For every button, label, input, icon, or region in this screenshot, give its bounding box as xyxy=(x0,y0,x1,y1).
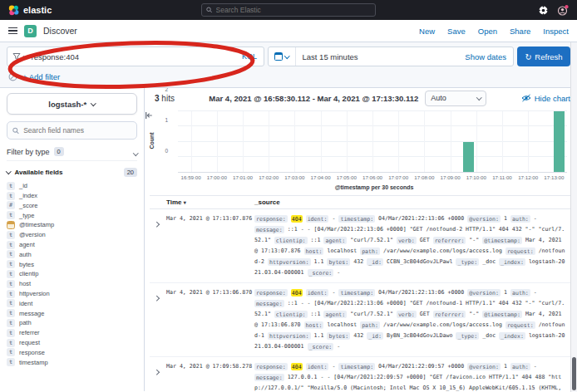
field-chip: response: xyxy=(254,363,288,370)
field-value: - xyxy=(337,269,340,276)
field-chip: agent: xyxy=(323,311,347,318)
discover-main: 3 hits Mar 4, 2021 @ 16:58:30.112 - Mar … xyxy=(145,88,577,391)
hits-bar: 3 hits Mar 4, 2021 @ 16:58:30.112 - Mar … xyxy=(150,90,570,106)
save-button[interactable]: Save xyxy=(447,27,466,36)
field-item[interactable]: t_type xyxy=(7,210,137,220)
fields-sidebar: logstash-* Filter by type 0 Available fi… xyxy=(0,88,145,391)
field-item[interactable]: trequest xyxy=(7,338,137,348)
highlighted-value: 404 xyxy=(291,215,303,223)
field-chip: auth: xyxy=(510,289,530,296)
open-button[interactable]: Open xyxy=(478,27,497,36)
field-item[interactable]: tresponse xyxy=(7,348,137,358)
inspect-button[interactable]: Inspect xyxy=(543,27,569,36)
filter-by-type[interactable]: Filter by type 0 xyxy=(7,145,137,161)
field-item[interactable]: #_score xyxy=(7,201,137,211)
field-chip: agent: xyxy=(323,237,347,244)
user-avatar[interactable] xyxy=(557,5,569,16)
global-header: elastic xyxy=(0,0,577,20)
calendar-icon xyxy=(274,52,283,61)
calendar-menu[interactable] xyxy=(269,47,296,66)
time-cell: Mar 4, 2021 @ 17:09:58.278 xyxy=(166,361,254,391)
field-item[interactable]: ttimestamp xyxy=(7,357,137,367)
expand-row-icon[interactable] xyxy=(155,213,166,278)
field-item[interactable]: t_id xyxy=(7,181,137,191)
vertical-scrollbar[interactable] xyxy=(570,42,577,392)
string-field-icon: t xyxy=(7,319,15,327)
field-chip: request: xyxy=(505,247,535,255)
field-item[interactable]: tbytes xyxy=(7,259,137,269)
hide-chart-button[interactable]: Hide chart xyxy=(521,94,570,103)
field-chip: @timestamp: xyxy=(482,311,522,318)
string-field-icon: t xyxy=(7,339,15,347)
field-item[interactable]: t_index xyxy=(7,191,137,201)
field-chip: referrer: xyxy=(433,237,466,244)
field-item[interactable]: tclientip xyxy=(7,269,137,279)
notification-dot xyxy=(565,5,568,8)
table-header: Time ▾ _source xyxy=(150,196,570,209)
field-item[interactable]: tident xyxy=(7,299,137,309)
query-bar[interactable]: KQL xyxy=(7,47,264,66)
field-value: - xyxy=(534,215,537,222)
settings-icon[interactable] xyxy=(538,5,549,16)
field-chip: message: xyxy=(254,226,284,233)
string-field-icon: t xyxy=(7,329,15,337)
time-column-header[interactable]: Time ▾ xyxy=(166,198,254,206)
field-name: message xyxy=(19,310,44,317)
x-tick-label: 17:05:00 xyxy=(337,174,357,180)
index-pattern-select[interactable]: logstash-* xyxy=(7,93,137,115)
field-value: "curl/7.52.1" xyxy=(350,311,393,317)
appbar-actions: New Save Open Share Inspect xyxy=(419,27,569,36)
field-search-input[interactable] xyxy=(23,126,131,135)
field-name: _score xyxy=(19,202,38,209)
field-search[interactable] xyxy=(7,121,137,140)
histogram-bar[interactable] xyxy=(463,142,473,173)
refresh-button[interactable]: ↻ Refresh xyxy=(517,47,570,66)
field-item[interactable]: tauth xyxy=(7,250,137,260)
kql-toggle[interactable]: KQL xyxy=(240,52,259,61)
expand-row-icon[interactable] xyxy=(155,361,166,391)
field-value: - xyxy=(332,363,335,370)
elastic-logo[interactable]: elastic xyxy=(8,5,52,16)
filter-icon[interactable] xyxy=(12,52,21,61)
x-tick-label: 17:07:00 xyxy=(388,174,408,180)
field-item[interactable]: tmessage xyxy=(7,308,137,318)
field-value: localhost xyxy=(327,321,357,328)
field-item[interactable]: treferrer xyxy=(7,328,137,338)
field-item[interactable]: t@version xyxy=(7,230,137,240)
type-filter-count-badge: 0 xyxy=(54,147,64,156)
expand-row-icon[interactable] xyxy=(155,287,166,352)
menu-icon[interactable] xyxy=(8,27,17,35)
show-dates-button[interactable]: Show dates xyxy=(458,52,513,61)
refresh-icon: ↻ xyxy=(525,52,531,61)
add-filter-button[interactable]: + Add filter xyxy=(22,72,60,81)
field-name: timestamp xyxy=(19,359,48,366)
field-chip: response: xyxy=(254,289,288,296)
histogram-bar[interactable] xyxy=(554,111,564,172)
share-button[interactable]: Share xyxy=(510,27,530,36)
field-name: request xyxy=(19,339,40,346)
query-input[interactable] xyxy=(32,52,237,61)
field-value: 1 xyxy=(504,289,507,296)
field-item[interactable]: @timestamp xyxy=(7,220,137,230)
saved-query-icon[interactable] xyxy=(8,72,17,81)
available-fields-header[interactable]: Available fields 20 xyxy=(7,166,137,178)
interval-select[interactable]: Auto xyxy=(425,91,486,106)
time-cell: Mar 4, 2021 @ 17:13:06.870 xyxy=(166,287,254,352)
field-chip: httpversion: xyxy=(268,258,311,266)
scrollbar-thumb[interactable] xyxy=(572,357,576,390)
string-field-icon: t xyxy=(7,241,15,249)
new-button[interactable]: New xyxy=(419,27,435,36)
y-tick-label: 1 xyxy=(165,117,168,123)
field-item[interactable]: tpath xyxy=(7,318,137,328)
field-chip: clientip: xyxy=(274,311,308,318)
field-chip: referrer: xyxy=(433,311,466,318)
global-search-input[interactable] xyxy=(216,6,371,14)
field-chip: verb: xyxy=(397,237,417,244)
global-search[interactable] xyxy=(201,3,376,17)
field-item[interactable]: thttpversion xyxy=(7,289,137,299)
field-chip: _type: xyxy=(456,258,479,266)
field-item[interactable]: thost xyxy=(7,279,137,289)
time-range-label[interactable]: Last 15 minutes xyxy=(296,52,459,61)
x-tick-label: 17:02:00 xyxy=(259,174,279,180)
field-item[interactable]: tagent xyxy=(7,240,137,250)
